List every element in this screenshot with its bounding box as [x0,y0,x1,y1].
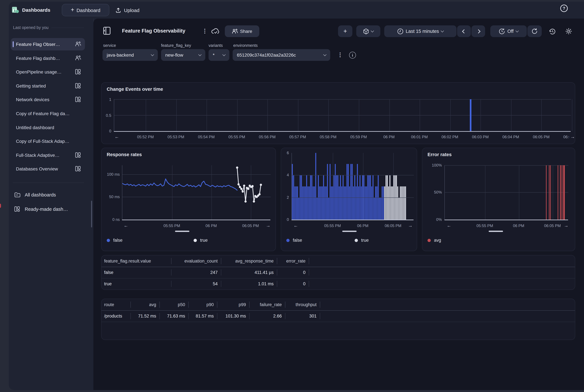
legend-label-avg[interactable]: avg [434,238,441,243]
table-cell: 71.63 ms [162,310,185,322]
edge-notification-indicator [0,204,1,208]
cube-icon [363,28,369,34]
error-rates-plot[interactable] [444,165,568,220]
dashboard-menu-kebab[interactable]: ⋮ [202,28,208,34]
filter-service-dropdown[interactable]: java-backend [102,49,158,61]
refresh-button[interactable] [528,25,542,37]
upload-button[interactable]: Upload [116,4,151,16]
plus-icon: + [71,6,74,13]
time-forward-button[interactable] [472,25,485,37]
pan-left-arrow[interactable]: ← [124,223,128,228]
share-button[interactable]: Share [225,25,259,37]
cloud-sync-icon[interactable] [211,28,220,34]
history-button[interactable] [548,27,557,36]
column-header-error_rate[interactable]: error_rate [280,255,306,267]
filter-feature-flag-key-dropdown[interactable]: new-flow [161,49,205,61]
legend-label-true[interactable]: true [200,238,208,243]
pan-left-arrow[interactable]: ← [114,134,119,139]
collapse-panel-icon[interactable] [103,27,110,35]
time-range-dropdown[interactable]: Last 15 minutes [384,25,456,37]
column-header-feature_flag.result.value[interactable]: feature_flag.result.value [104,255,168,267]
clock-icon [397,28,404,34]
settings-button[interactable] [564,26,574,36]
filter-label-feature-flag-key: feature_flag_key [161,43,191,48]
chevron-right-icon [476,29,480,33]
sidebar-item-ready-made-dash-[interactable]: Ready-made dash… [11,203,85,215]
column-header-evaluation_count[interactable]: evaluation_count [174,255,218,267]
sidebar-scrollbar[interactable] [91,201,92,228]
x-tick: 06:05 PM [377,224,409,228]
legend-label-true[interactable]: true [361,238,369,243]
datasource-dropdown[interactable] [356,25,380,37]
column-separator [320,302,320,308]
legend-dot-avg [428,238,431,242]
response-rates-plot[interactable] [122,165,270,220]
panel-response-rates: Response rates 100 ms 50 ms 0 ns ← 05:55… [101,148,276,251]
filters-menu-kebab[interactable]: ⋮ [338,52,343,58]
change-event-bar[interactable] [470,99,472,131]
column-header-p99[interactable]: p99 [220,299,246,310]
pan-right-arrow[interactable]: → [569,134,575,139]
app-logo-icon [12,6,20,14]
column-header-avg[interactable]: avg [133,299,156,310]
y-tick-100ms: 100 ms [104,172,120,177]
table-cell: 301 [288,310,316,322]
filter-variants-value: * [213,52,214,58]
gridline-v [359,99,359,131]
filter-label-environments: environments [233,43,258,48]
sidebar-item[interactable]: Databases Overview [11,163,85,175]
pan-left-arrow[interactable]: ← [294,223,298,228]
column-header-avg_response_time[interactable]: avg_response_time [224,255,274,267]
add-panel-button[interactable]: + [338,25,352,37]
bar-false [331,186,332,220]
help-button[interactable]: ? [560,4,568,12]
sidebar-item[interactable]: Getting started [11,80,85,92]
top-header: Dashboards + Dashboard Upload ? [9,2,584,18]
sidebar-item[interactable]: Feature Flag dashb… [11,52,85,64]
auto-refresh-dropdown[interactable]: Off [490,25,527,37]
evaluation-counts-plot[interactable] [292,153,414,220]
y-tick-50ms: 50 ms [104,194,120,199]
column-header-p90[interactable]: p90 [191,299,214,310]
column-separator [309,269,309,276]
y-tick-0ns: 0 ns [104,217,120,222]
sidebar-item-all-dashboards[interactable]: All dashboards [11,189,85,201]
legend-label-false[interactable]: false [113,238,122,243]
time-back-button[interactable] [457,25,471,37]
column-separator [188,302,189,308]
x-zoom-scrollbar[interactable] [489,231,503,232]
pan-left-arrow[interactable]: ← [447,223,451,228]
column-separator [277,258,277,264]
bar-false [327,164,328,220]
filters-info-icon[interactable]: i [349,52,356,58]
sidebar-item[interactable]: Full-Stack Adaptive… [11,149,85,161]
filter-variants-dropdown[interactable]: * [208,49,229,61]
selected-accent-bar [13,41,14,47]
x-tick: 06:04 PM [496,135,526,139]
sidebar-item[interactable]: Network devices [11,93,85,106]
pan-right-arrow[interactable]: → [408,223,412,228]
sidebar-item[interactable]: Copy of Feature Flag da… [11,107,85,120]
x-zoom-scrollbar[interactable] [342,231,356,232]
sidebar-item[interactable]: OpenPipeline usage… [11,66,85,78]
filter-environments-dropdown[interactable]: 651209c374a1f02aa2a3226c [232,49,330,61]
pan-right-arrow[interactable]: → [564,223,568,228]
x-tick: 06:05 PM [234,224,267,228]
sidebar-item[interactable]: Copy of Full-Stack Adap… [11,135,85,147]
column-header-p50[interactable]: p50 [162,299,185,310]
new-dashboard-button[interactable]: + Dashboard [62,4,109,16]
sidebar-item[interactable]: Untitled dashboard [11,121,85,134]
column-header-throughput[interactable]: throughput [288,299,316,310]
column-header-failure_rate[interactable]: failure_rate [252,299,282,310]
people-icon [75,41,81,46]
x-tick: 05:59 PM [344,135,374,139]
filter-feature-flag-key-value: new-flow [165,52,183,58]
pan-right-arrow[interactable]: → [266,223,270,228]
change-events-plot[interactable] [114,99,571,131]
sidebar-item-label: Copy of Full-Stack Adap… [16,138,85,144]
x-zoom-scrollbar[interactable] [175,231,189,232]
sidebar-item[interactable]: Feature Flag Obser… [11,38,85,50]
column-header-route[interactable]: route [104,299,127,310]
bar-false [319,186,320,220]
legend-label-false[interactable]: false [293,238,302,243]
